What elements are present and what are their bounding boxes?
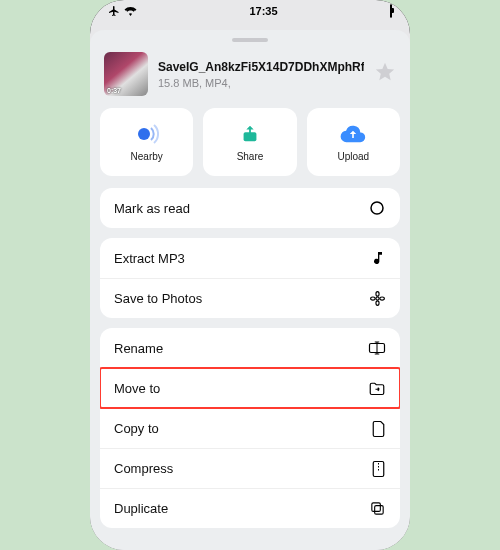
zip-icon [371,460,386,478]
save-to-photos-row[interactable]: Save to Photos [100,278,400,318]
svg-point-5 [376,301,379,306]
status-bar: 17:35 [90,0,410,22]
battery-icon [390,5,392,17]
row-label: Copy to [114,421,159,436]
file-name: SaveIG_An8kzFi5X14D7DDhXMphRfwQ_DteM6vka… [158,60,364,75]
move-to-row[interactable]: Move to [100,368,400,408]
upload-label: Upload [337,151,369,162]
row-label: Mark as read [114,201,190,216]
row-label: Move to [114,381,160,396]
share-tile[interactable]: Share [203,108,296,176]
svg-rect-11 [375,506,384,515]
screen: 17:35 0:37 SaveIG_An8kzFi5X14D7DDhXMphRf… [90,0,410,550]
rename-row[interactable]: Rename [100,328,400,368]
upload-icon [340,122,366,146]
svg-point-3 [376,297,379,300]
svg-point-6 [371,297,376,300]
duplicate-icon [369,500,386,517]
music-note-icon [370,250,386,266]
video-duration: 0:37 [107,87,121,94]
phone-frame: 17:35 0:37 SaveIG_An8kzFi5X14D7DDhXMphRf… [90,0,410,550]
nearby-label: Nearby [131,151,163,162]
upload-tile[interactable]: Upload [307,108,400,176]
quick-actions: Nearby Share Upload [90,108,410,188]
compress-row[interactable]: Compress [100,448,400,488]
svg-point-2 [371,202,383,214]
video-thumbnail[interactable]: 0:37 [104,52,148,96]
photos-flower-icon [369,290,386,307]
airplane-icon [108,5,120,17]
file-meta: 15.8 MB, MP4, [158,77,364,89]
share-icon [239,122,261,146]
rename-icon [368,340,386,356]
row-label: Save to Photos [114,291,202,306]
row-label: Extract MP3 [114,251,185,266]
circle-icon [368,199,386,217]
svg-point-7 [380,297,385,300]
row-label: Duplicate [114,501,168,516]
duplicate-row[interactable]: Duplicate [100,488,400,528]
action-sheet: 0:37 SaveIG_An8kzFi5X14D7DDhXMphRfwQ_Dte… [90,30,410,550]
document-icon [371,420,386,438]
nearby-icon [135,122,159,146]
svg-rect-10 [372,503,381,512]
wifi-icon [124,6,137,16]
folder-arrow-icon [368,381,386,396]
status-time: 17:35 [249,5,277,17]
mark-as-read-row[interactable]: Mark as read [100,188,400,228]
svg-point-0 [138,128,150,140]
share-label: Share [237,151,264,162]
extract-mp3-row[interactable]: Extract MP3 [100,238,400,278]
nearby-tile[interactable]: Nearby [100,108,193,176]
row-label: Compress [114,461,173,476]
row-label: Rename [114,341,163,356]
sheet-header: 0:37 SaveIG_An8kzFi5X14D7DDhXMphRfwQ_Dte… [90,52,410,108]
action-list: Mark as read Extract MP3 Save t [90,188,410,550]
sheet-grabber[interactable] [232,38,268,42]
favorite-button[interactable] [374,61,396,87]
svg-point-4 [376,292,379,297]
copy-to-row[interactable]: Copy to [100,408,400,448]
